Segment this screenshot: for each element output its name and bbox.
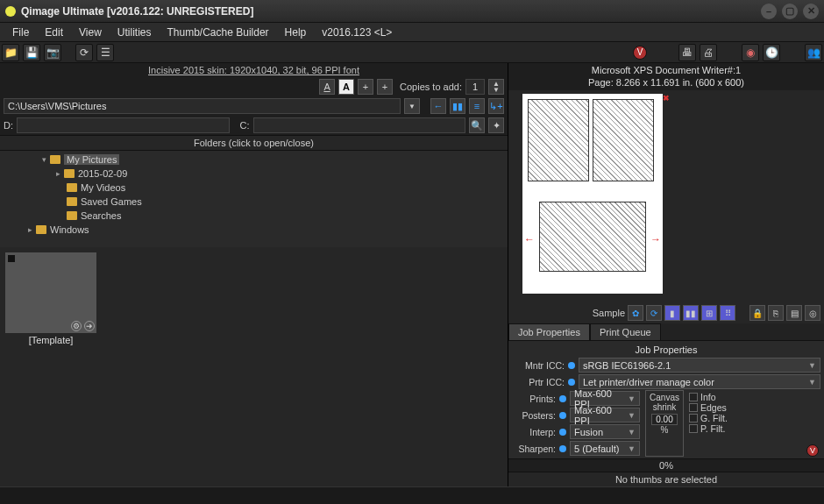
- interp-select[interactable]: Fusion▼: [570, 424, 640, 439]
- tab-job-properties[interactable]: Job Properties: [508, 323, 590, 340]
- binoculars-icon[interactable]: 🔍: [469, 117, 485, 133]
- tree-item-my-videos[interactable]: My Videos: [4, 181, 504, 195]
- copies-stepper[interactable]: ▲▼: [488, 79, 504, 95]
- a-bold-icon[interactable]: A: [338, 79, 354, 95]
- menu-version-link[interactable]: v2016.123 <L>: [315, 25, 399, 40]
- drive-d-label: D:: [4, 120, 13, 131]
- dot-icon[interactable]: [568, 362, 575, 369]
- minimize-button[interactable]: –: [761, 4, 777, 19]
- dot-icon[interactable]: [559, 429, 566, 436]
- a-underline-icon[interactable]: A: [319, 79, 335, 95]
- collapse-icon[interactable]: ▾: [42, 155, 46, 164]
- template-gear-icon[interactable]: ⚙: [71, 321, 82, 331]
- layout-slot-3[interactable]: [539, 202, 646, 272]
- folder-icon: [67, 183, 77, 192]
- maximize-button[interactable]: ▢: [782, 4, 798, 19]
- people-icon[interactable]: 👥: [805, 44, 822, 61]
- tree-item-windows[interactable]: ▸ Windows: [4, 223, 504, 237]
- layout-slot-2[interactable]: [593, 99, 654, 181]
- info-checkbox[interactable]: Info: [689, 392, 801, 402]
- folder-tree[interactable]: ▾ My Pictures ▸ 2015-02-09 My Videos Sav…: [0, 151, 508, 247]
- layout-double-icon[interactable]: ▮▮: [683, 305, 699, 321]
- print-icon[interactable]: 🖨: [700, 44, 717, 61]
- template-card[interactable]: ⚙ ➜: [5, 252, 96, 333]
- drive-d-input[interactable]: [17, 117, 230, 133]
- tab-print-queue[interactable]: Print Queue: [590, 323, 661, 340]
- menu-view[interactable]: View: [72, 25, 109, 40]
- layout-slot-1[interactable]: [528, 99, 589, 181]
- copy-icon[interactable]: ⎘: [768, 305, 784, 321]
- g-filt-checkbox[interactable]: G. Filt.: [689, 413, 801, 423]
- flame-icon[interactable]: ◉: [742, 44, 759, 61]
- status-bar: No thumbs are selected: [508, 472, 824, 486]
- dot-icon[interactable]: [559, 395, 566, 402]
- copies-label: Copies to add:: [400, 82, 462, 92]
- mntr-icc-label: Mntr ICC:: [512, 360, 565, 371]
- dot-icon[interactable]: [559, 412, 566, 419]
- close-preview-icon[interactable]: ✖: [663, 94, 670, 103]
- tree-item-2015-02-09[interactable]: ▸ 2015-02-09: [4, 167, 504, 181]
- pause-icon[interactable]: ▮▮: [450, 98, 465, 114]
- layout-single-icon[interactable]: ▮: [664, 305, 680, 321]
- menu-help[interactable]: Help: [278, 25, 314, 40]
- left-panel: Incisive 2015 skin: 1920x1040, 32 bit, 9…: [0, 63, 508, 486]
- template-label: [Template]: [5, 333, 96, 347]
- menu-thumb-cache-builder[interactable]: Thumb/Cache Builder: [160, 25, 276, 40]
- align-icon[interactable]: ≡: [469, 98, 485, 114]
- sample-gear-icon[interactable]: ✿: [628, 305, 643, 321]
- tree-item-my-pictures[interactable]: ▾ My Pictures: [4, 153, 504, 167]
- prtr-icc-select[interactable]: Let printer/driver manage color▼: [579, 374, 820, 389]
- list-icon[interactable]: ☰: [96, 44, 114, 61]
- plus-1-button[interactable]: +: [358, 79, 373, 95]
- folder-icon: [36, 225, 46, 234]
- save-icon[interactable]: 💾: [23, 44, 40, 61]
- drive-c-input[interactable]: [253, 117, 466, 133]
- print-setup-icon[interactable]: 🖶: [678, 44, 696, 61]
- alert-v-small-icon[interactable]: V: [806, 444, 819, 457]
- menu-file[interactable]: File: [5, 25, 36, 40]
- drive-c-label: C:: [240, 120, 250, 131]
- prints-label: Prints:: [512, 394, 556, 404]
- close-button[interactable]: ✕: [803, 4, 819, 19]
- tree-item-searches[interactable]: Searches: [4, 209, 504, 223]
- edges-checkbox[interactable]: Edges: [689, 402, 801, 413]
- target-icon[interactable]: ◎: [805, 305, 820, 321]
- page-preview[interactable]: ✖ ← →: [508, 90, 824, 302]
- canvas-shrink-input[interactable]: [651, 414, 678, 425]
- clock-icon[interactable]: 🕒: [763, 44, 780, 61]
- path-dropdown-icon[interactable]: ▼: [404, 98, 420, 114]
- plus-2-button[interactable]: +: [377, 79, 393, 95]
- alert-v-icon[interactable]: V: [633, 46, 647, 60]
- expand-icon[interactable]: ▸: [28, 225, 32, 234]
- prtr-icc-label: Prtr ICC:: [512, 377, 565, 387]
- expand-icon[interactable]: ▸: [56, 169, 60, 178]
- menu-edit[interactable]: Edit: [38, 25, 70, 40]
- document-icon[interactable]: ▤: [786, 305, 802, 321]
- folders-header[interactable]: Folders (click to open/close): [0, 135, 508, 151]
- camera-icon[interactable]: 📷: [44, 44, 61, 61]
- sample-refresh-icon[interactable]: ⟳: [646, 305, 662, 321]
- posters-select[interactable]: Max-600 PPI▼: [570, 408, 640, 422]
- open-file-icon[interactable]: 📁: [2, 44, 19, 61]
- p-filt-checkbox[interactable]: P. Filt.: [689, 423, 801, 434]
- path-input[interactable]: [4, 98, 401, 114]
- dot-icon[interactable]: [568, 379, 575, 386]
- refresh-icon[interactable]: ⟳: [75, 44, 93, 61]
- back-arrow-icon[interactable]: ←: [430, 98, 446, 114]
- menu-utilities[interactable]: Utilities: [110, 25, 159, 40]
- sharpen-select[interactable]: 5 (Default)▼: [570, 441, 640, 456]
- interp-label: Interp:: [512, 427, 556, 437]
- layout-multi-icon[interactable]: ⠿: [720, 305, 735, 321]
- add-arrow-icon[interactable]: ↳+: [488, 98, 504, 114]
- prints-select[interactable]: Max-600 PPI▼: [570, 391, 640, 406]
- lock-icon[interactable]: 🔒: [749, 305, 765, 321]
- tools-icon[interactable]: ✦: [488, 117, 504, 133]
- menubar: File Edit View Utilities Thumb/Cache Bui…: [0, 23, 824, 42]
- mntr-icc-select[interactable]: sRGB IEC61966-2.1▼: [579, 358, 820, 373]
- copies-input[interactable]: [465, 79, 485, 95]
- tree-item-saved-games[interactable]: Saved Games: [4, 195, 504, 209]
- template-add-icon[interactable]: ➜: [84, 321, 95, 331]
- dot-icon[interactable]: [559, 445, 566, 452]
- footer: [0, 486, 824, 504]
- layout-grid-icon[interactable]: ⊞: [701, 305, 717, 321]
